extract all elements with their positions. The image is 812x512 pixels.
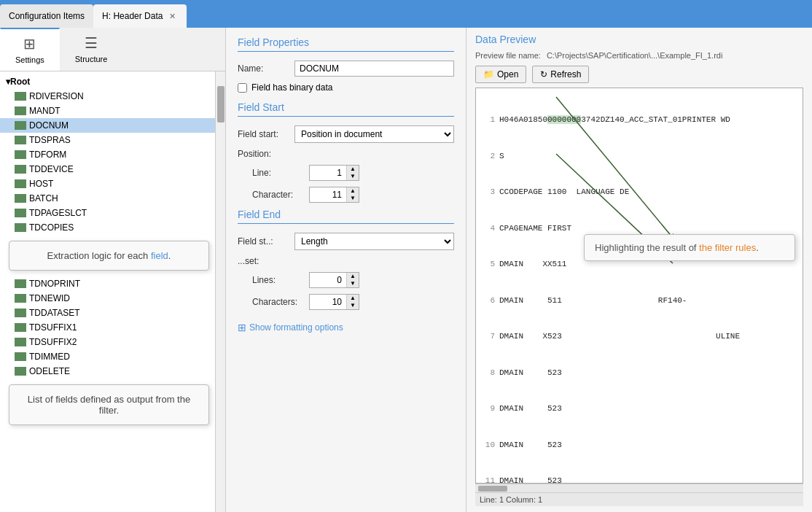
field-icon: [15, 323, 26, 332]
folder-icon: 📁: [483, 69, 494, 79]
field-start-label: Field start:: [238, 129, 289, 139]
tree-item-odelete[interactable]: ODELETE: [0, 364, 215, 379]
left-panel: ⊞ Settings ☰ Structure ▾ Root RDIVERSION: [0, 28, 226, 512]
characters-spinner: ▲ ▼: [309, 294, 359, 310]
preview-content[interactable]: 1H046A0185000000003742DZ140_ACC_STAT_01P…: [475, 88, 803, 484]
character-input[interactable]: [310, 187, 346, 202]
line-3: 3CCODEPAGE 1100 LANGUAGE DE: [476, 186, 803, 198]
middle-panel: Field Properties Name: Field has binary …: [226, 28, 466, 512]
tab-label: H: Header Data: [102, 11, 163, 21]
scrollbar-thumb: [217, 86, 225, 123]
tab-structure[interactable]: ☰ Structure: [60, 28, 123, 71]
structure-label: Structure: [75, 55, 108, 63]
line-input[interactable]: [310, 166, 346, 180]
tab-label: Configuration Items: [9, 11, 85, 21]
tree-item-tddataset[interactable]: TDDATASET: [0, 306, 215, 320]
tab-configuration-items[interactable]: Configuration Items: [0, 4, 93, 28]
structure-icon: ☰: [85, 34, 98, 52]
tree-container[interactable]: ▾ Root RDIVERSION MANDT DOCNUM: [0, 71, 215, 512]
tab-bar: Configuration Items H: Header Data ✕: [0, 0, 812, 28]
lines-down-btn[interactable]: ▼: [347, 280, 359, 287]
char-up-btn[interactable]: ▲: [347, 187, 359, 195]
field-icon: [15, 121, 26, 130]
close-icon[interactable]: ✕: [167, 11, 178, 22]
preview-toolbar: 📁 Open ↻ Refresh: [475, 66, 803, 83]
line-4: 4CPAGENAME FIRST: [476, 222, 803, 235]
field-icon: [15, 106, 26, 115]
lines-spinner: ▲ ▼: [309, 272, 359, 288]
chars-down-btn[interactable]: ▼: [347, 302, 359, 309]
tab-settings[interactable]: ⊞ Settings: [0, 28, 60, 71]
callout-filter-rules: Highlighting the result of the filter ru…: [584, 234, 795, 261]
field-icon: [15, 352, 26, 361]
lines-spinner-btns: ▲ ▼: [346, 273, 359, 287]
field-end-row: Field st..: Length: [238, 233, 454, 250]
field-start-row: Field start: Position in document: [238, 125, 454, 143]
tree-item-tdnewid[interactable]: TDNEWID: [0, 291, 215, 306]
tree-item-tdsuffix2[interactable]: TDSUFFIX2: [0, 335, 215, 349]
tree-item-tdcopies[interactable]: TDCOPIES: [0, 220, 215, 235]
main-content: ⊞ Settings ☰ Structure ▾ Root RDIVERSION: [0, 28, 812, 512]
tree-item-tddevice[interactable]: TDDEVICE: [0, 162, 215, 177]
tree-item-rdiversion[interactable]: RDIVERSION: [0, 89, 215, 104]
settings-label: Settings: [15, 55, 44, 64]
tree-item-tdpageslct[interactable]: TDPAGESLCT: [0, 206, 215, 220]
line-down-btn[interactable]: ▼: [347, 173, 359, 180]
tree-item-tdimmed[interactable]: TDIMMED: [0, 349, 215, 364]
binary-data-checkbox[interactable]: [238, 83, 247, 93]
binary-data-row: Field has binary data: [238, 82, 454, 93]
field-end-label: Field st..:: [238, 236, 289, 247]
field-icon: [15, 165, 26, 174]
line-7: 7DMAIN X523 ULINE: [476, 330, 803, 343]
h-scroll-thumb: [478, 486, 507, 492]
field-icon: [15, 92, 26, 101]
line-row: Line: ▲ ▼: [238, 165, 454, 181]
lines-up-btn[interactable]: ▲: [347, 273, 359, 280]
plus-icon: ⊞: [238, 322, 246, 333]
tree-item-tdnoprint[interactable]: TDNOPRINT: [0, 276, 215, 291]
chars-spinner-btns: ▲ ▼: [346, 295, 359, 309]
file-path: C:\Projects\SAP\Certification\...\Exampl…: [547, 51, 722, 60]
preview-title: Data Preview: [475, 34, 803, 45]
field-icon: [15, 279, 26, 288]
characters-label: Characters:: [252, 297, 303, 307]
status-text: Line: 1 Column: 1: [480, 495, 542, 504]
tree-item-tdspras[interactable]: TDSPRAS: [0, 133, 215, 147]
tree-root[interactable]: ▾ Root: [0, 74, 215, 89]
char-down-btn[interactable]: ▼: [347, 195, 359, 202]
characters-input[interactable]: [310, 295, 346, 309]
tree-item-docnum[interactable]: DOCNUM: [0, 118, 215, 133]
show-formatting-button[interactable]: ⊞ Show formatting options: [238, 322, 454, 333]
field-end-select[interactable]: Length: [294, 233, 454, 250]
tree-item-host[interactable]: HOST: [0, 177, 215, 191]
binary-data-label: Field has binary data: [251, 82, 332, 93]
section-field-properties: Field Properties: [238, 36, 454, 52]
refresh-button[interactable]: ↻ Refresh: [532, 66, 589, 83]
name-input[interactable]: [294, 61, 454, 77]
character-row: Character: ▲ ▼: [238, 187, 454, 203]
line-up-btn[interactable]: ▲: [347, 166, 359, 173]
preview-status: Line: 1 Column: 1: [475, 492, 803, 506]
position-label: Position:: [238, 149, 289, 159]
tree-item-batch[interactable]: BATCH: [0, 191, 215, 206]
right-panel: Data Preview Preview file name: C:\Proje…: [466, 28, 812, 512]
field-start-select[interactable]: Position in document: [294, 125, 454, 143]
line-2: 2S: [476, 150, 803, 163]
lines-input[interactable]: [310, 273, 346, 287]
tree-item-mandt[interactable]: MANDT: [0, 104, 215, 118]
field-icon: [15, 136, 26, 144]
line-label: Line:: [252, 168, 303, 178]
line-11: 11DMAIN 523: [476, 475, 803, 484]
chars-up-btn[interactable]: ▲: [347, 295, 359, 302]
h-scrollbar[interactable]: [475, 484, 803, 492]
settings-icon: ⊞: [23, 35, 36, 53]
section-field-end: Field End: [238, 209, 454, 224]
characters-row: Characters: ▲ ▼: [238, 294, 454, 310]
field-icon: [15, 179, 26, 188]
tab-header-data[interactable]: H: Header Data ✕: [93, 4, 187, 28]
line-9: 9DMAIN 523: [476, 403, 803, 415]
tree-item-tdform[interactable]: TDFORM: [0, 147, 215, 162]
tree-scrollbar[interactable]: [215, 71, 225, 512]
open-button[interactable]: 📁 Open: [475, 66, 526, 83]
tree-item-tdsuffix1[interactable]: TDSUFFIX1: [0, 320, 215, 335]
